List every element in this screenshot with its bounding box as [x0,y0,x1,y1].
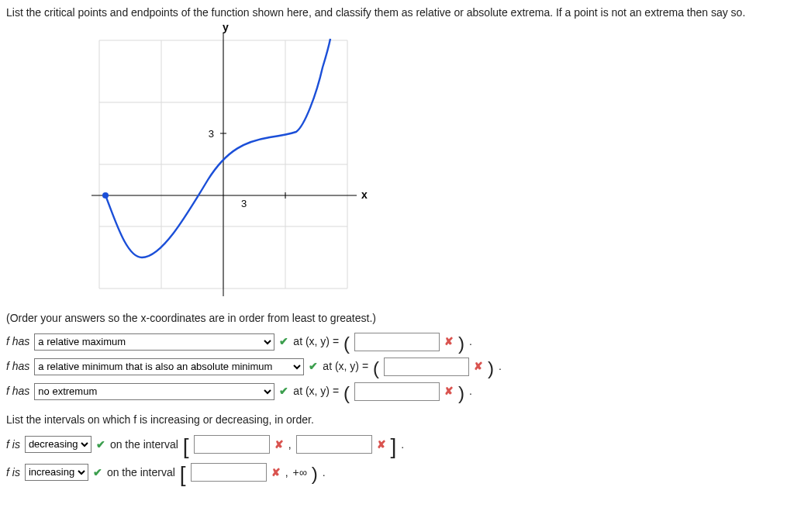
question-text: List the critical points and endpoints o… [6,5,788,20]
monotone-select-2[interactable]: increasing [25,464,88,481]
cross-icon-3: ✘ [444,383,454,399]
open-bracket-2: [ [180,464,186,485]
at-xy-label-1: at (x, y) = [293,333,339,349]
period-2: . [499,358,502,374]
x-tick-3: 3 [241,198,247,209]
on-interval-label-2: on the interval [107,465,175,480]
extremum-select-3[interactable]: no extremum [34,383,274,400]
plus-infinity: +∞ [293,465,307,480]
comma-2: , [285,465,288,480]
comma-1: , [288,437,292,452]
interval-input-1b[interactable] [296,435,372,454]
period-1: . [469,333,472,349]
check-icon-3: ✔ [279,383,288,399]
classify-row-3: f has no extremum ✔ at (x, y) = ( ✘ ) . [6,382,788,401]
classify-row-2: f has a relative minimum that is also an… [6,358,788,376]
extremum-select-1[interactable]: a relative maximum [34,333,274,351]
close-paren-inf: ) [312,465,318,483]
xy-input-3[interactable] [354,382,440,401]
close-paren-2: ) [488,359,494,378]
check-icon-dec: ✔ [96,437,105,452]
f-has-label-3: f has [6,383,29,399]
cross-icon-i2a: ✘ [271,465,281,480]
y-axis-label: y [223,25,229,33]
check-icon-2: ✔ [309,358,318,374]
f-is-label-1: f is [6,437,20,452]
open-paren-2: ( [373,359,379,378]
period-i1: . [401,437,404,452]
check-icon-1: ✔ [279,333,288,349]
function-graph: y x 3 3 [84,25,788,304]
check-icon-inc: ✔ [93,465,102,480]
at-xy-label-2: at (x, y) = [323,358,368,374]
close-bracket-1: ] [391,436,397,458]
cross-icon-i1a: ✘ [274,437,284,452]
at-xy-label-3: at (x, y) = [293,383,339,399]
svg-point-14 [102,192,109,199]
f-has-label-2: f has [6,358,29,374]
classify-row-1: f has a relative maximum ✔ at (x, y) = (… [6,333,788,351]
f-is-label-2: f is [6,465,20,480]
interval-input-1a[interactable] [194,435,270,454]
close-paren-1: ) [458,334,464,353]
close-paren-3: ) [458,384,464,402]
open-bracket-1: [ [183,436,189,458]
f-has-label: f has [6,333,29,349]
cross-icon-i1b: ✘ [377,437,386,452]
open-paren-3: ( [343,384,350,402]
on-interval-label-1: on the interval [110,437,178,452]
cross-icon-1: ✘ [444,333,454,349]
monotone-select-1[interactable]: decreasing [25,436,91,453]
y-tick-3: 3 [209,128,214,140]
open-paren-1: ( [343,334,350,353]
interval-row-1: f is decreasing ✔ on the interval [ ✘ , … [6,434,788,455]
xy-input-2[interactable] [384,358,469,376]
extremum-select-2[interactable]: a relative minimum that is also an absol… [34,358,304,375]
period-i2: . [323,465,326,480]
intervals-prompt: List the intervals on which f is increas… [6,412,788,427]
ordering-hint: (Order your answers so the x-coordinates… [6,310,788,326]
xy-input-1[interactable] [354,333,440,351]
cross-icon-2: ✘ [474,358,483,374]
interval-row-2: f is increasing ✔ on the interval [ ✘ , … [6,461,788,483]
x-axis-label: x [361,188,368,201]
period-3: . [469,383,472,399]
interval-input-2a[interactable] [191,463,267,482]
